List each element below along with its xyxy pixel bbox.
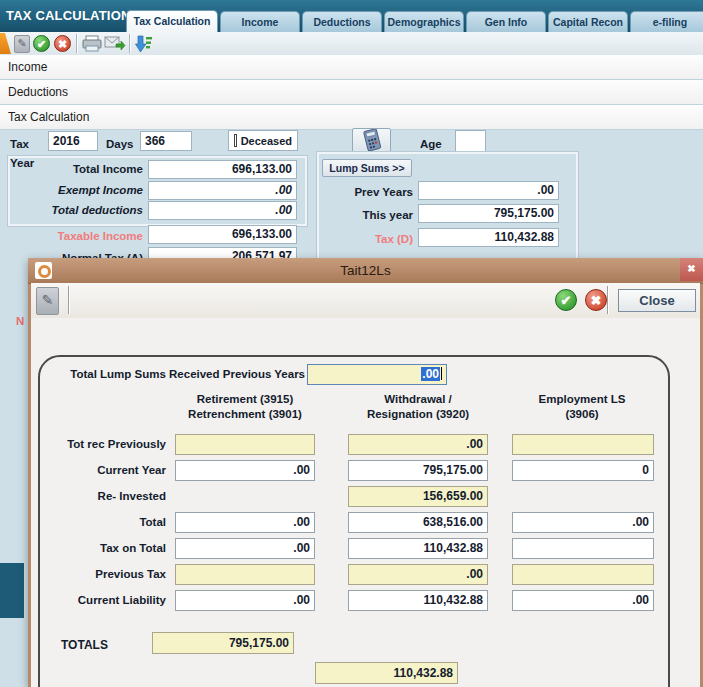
cell-current-liability-col2[interactable]: 110,432.88 [348, 590, 488, 611]
age-field[interactable] [455, 130, 486, 152]
email-icon [104, 35, 126, 51]
deceased-checkbox[interactable] [234, 134, 237, 147]
partial-hidden-label: N [16, 315, 24, 327]
app-window: TAX CALCULATION Tax CalculationIncomeDed… [0, 0, 703, 687]
dialog-body: Total Lump Sums Received Previous Years … [31, 318, 700, 687]
cell-tot-rec-previously-col1[interactable] [175, 434, 315, 455]
total-lump-sums-prev-years-field[interactable]: .00 [307, 364, 447, 385]
selected-value: .00 [421, 367, 440, 381]
tab-e-filing[interactable]: e-filing [630, 11, 703, 32]
row-label-tax-on-total: Tax on Total [36, 538, 166, 559]
cell-previous-tax-col2[interactable]: .00 [348, 564, 488, 585]
tab-demographics[interactable]: Demographics [384, 11, 464, 32]
sort-export-button[interactable] [134, 35, 152, 53]
cell-previous-tax-col3[interactable] [512, 564, 654, 585]
edit-document-button[interactable]: ✎ [14, 35, 32, 53]
total-lump-sums-prev-years-label: Total Lump Sums Received Previous Years [61, 364, 305, 385]
totals-field-1[interactable]: 795,175.00 [152, 632, 294, 654]
column-header-withdrawal: Withdrawal / Resignation (3920) [333, 392, 503, 422]
tab-capital-recon[interactable]: Capital Recon [548, 11, 628, 32]
calculator-icon [359, 129, 385, 153]
toolbar-separator [607, 286, 608, 314]
this-year-field[interactable]: 795,175.00 [418, 204, 559, 223]
taxable-income-label: Taxable Income [8, 227, 143, 246]
row-label-re-invested: Re- Invested [36, 486, 166, 507]
cell-current-year-col2[interactable]: 795,175.00 [348, 460, 488, 481]
taxable-income-field[interactable]: 696,133.00 [148, 225, 297, 244]
cell-current-year-col3[interactable]: 0 [512, 460, 654, 481]
printer-icon [82, 35, 102, 52]
dialog-title-bar[interactable]: Tait12Ls ✖ [28, 258, 703, 284]
cell-current-liability-col3[interactable]: .00 [512, 590, 654, 611]
cell-current-year-col1[interactable]: .00 [175, 460, 315, 481]
section-income[interactable]: Income [0, 55, 703, 80]
exempt-income-field[interactable]: .00 [148, 181, 297, 200]
background-panel-fragment [0, 563, 24, 618]
tab-gen-info[interactable]: Gen Info [466, 11, 546, 32]
section-tax-calculation[interactable]: Tax Calculation [0, 105, 703, 130]
accent-corner [0, 33, 11, 54]
row-label-current-liability: Current Liability [36, 590, 166, 611]
app-title: TAX CALCULATION [6, 8, 131, 23]
total-income-label: Total Income [8, 160, 143, 179]
prev-years-field[interactable]: .00 [418, 181, 559, 200]
confirm-button[interactable]: ✔ [555, 289, 577, 311]
cell-re-invested-col2[interactable]: 156,659.00 [348, 486, 488, 507]
cell-tot-rec-previously-col3[interactable] [512, 434, 654, 455]
tab-tax-calculation[interactable]: Tax Calculation [126, 10, 218, 32]
total-deductions-label: Total deductions [8, 201, 143, 220]
cell-previous-tax-col1[interactable] [175, 564, 315, 585]
cancel-button[interactable]: ✖ [585, 289, 607, 311]
send-email-button[interactable] [104, 35, 126, 53]
tait12ls-dialog: Tait12Ls ✖ ✎ ✔ ✖ Close Total Lump Sums R… [28, 258, 703, 687]
section-deductions[interactable]: Deductions [0, 80, 703, 105]
days-label: Days [106, 135, 136, 154]
days-field[interactable]: 366 [140, 131, 192, 151]
lump-sums-button[interactable]: Lump Sums >> [322, 159, 412, 177]
confirm-button[interactable]: ✔ [33, 35, 51, 53]
cell-total-col2[interactable]: 638,516.00 [348, 512, 488, 533]
total-deductions-field[interactable]: .00 [148, 201, 297, 220]
column-header-retirement: Retirement (3915) Retrenchment (3901) [160, 392, 330, 422]
prev-years-label: Prev Years [320, 183, 413, 202]
exempt-income-label: Exempt Income [8, 181, 143, 200]
dialog-app-icon [35, 262, 52, 279]
toolbar-separator [76, 34, 77, 53]
cell-tax-on-total-col2[interactable]: 110,432.88 [348, 538, 488, 559]
cell-current-liability-col1[interactable]: .00 [175, 590, 315, 611]
this-year-label: This year [320, 206, 413, 225]
edit-document-icon: ✎ [14, 35, 30, 53]
totals-label: TOTALS [61, 638, 108, 652]
toolbar-separator [129, 34, 130, 53]
row-label-previous-tax: Previous Tax [36, 564, 166, 585]
cancel-button[interactable]: ✖ [54, 35, 72, 53]
deceased-label: Deceased [241, 135, 292, 147]
deceased-checkbox-group[interactable]: Deceased [228, 130, 298, 151]
edit-document-button[interactable]: ✎ [36, 287, 59, 315]
tab-income[interactable]: Income [220, 11, 300, 32]
cell-total-col1[interactable]: .00 [175, 512, 315, 533]
cell-tax-on-total-col1[interactable]: .00 [175, 538, 315, 559]
cell-tot-rec-previously-col2[interactable]: .00 [348, 434, 488, 455]
close-button[interactable]: Close [618, 289, 696, 312]
tax-d-label: Tax (D) [320, 230, 413, 249]
totals-field-2[interactable]: 110,432.88 [315, 662, 458, 684]
tax-d-field[interactable]: 110,432.88 [418, 228, 559, 247]
row-label-total: Total [36, 512, 166, 533]
sort-down-icon [135, 35, 152, 53]
row-label-current-year: Current Year [36, 460, 166, 481]
confirm-icon: ✔ [33, 35, 50, 52]
tax-year-field[interactable]: 2016 [48, 131, 98, 151]
total-income-field[interactable]: 696,133.00 [148, 160, 297, 179]
window-close-icon[interactable]: ✖ [680, 258, 703, 281]
toolbar-separator [68, 286, 69, 314]
column-header-employment: Employment LS (3906) [497, 392, 667, 422]
cell-total-col3[interactable]: .00 [512, 512, 654, 533]
print-button[interactable] [81, 35, 102, 53]
cancel-icon: ✖ [54, 35, 71, 52]
cell-tax-on-total-col3[interactable] [512, 538, 654, 559]
calculator-button[interactable] [352, 128, 391, 153]
tab-deductions[interactable]: Deductions [302, 11, 382, 32]
row-label-tot-rec-previously: Tot rec Previously [36, 434, 166, 455]
title-bar: TAX CALCULATION Tax CalculationIncomeDed… [0, 0, 703, 32]
